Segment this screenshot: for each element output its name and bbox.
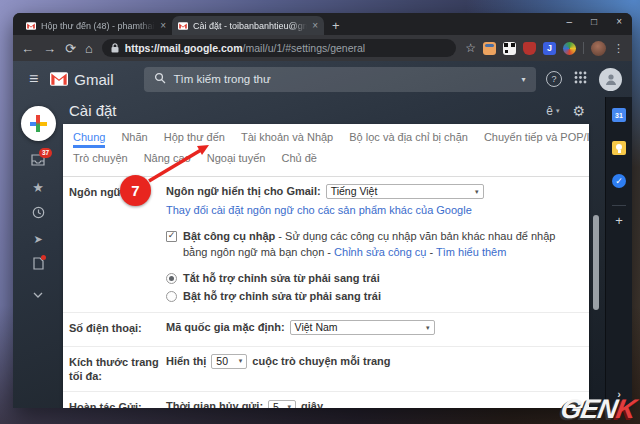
tasks-icon[interactable]: ✓	[612, 174, 626, 188]
input-tools-button[interactable]: ê▾	[546, 104, 559, 118]
gmail-favicon-icon	[178, 21, 188, 31]
forward-icon[interactable]: →	[43, 42, 56, 55]
bookmark-star-icon[interactable]: ☆	[465, 42, 476, 54]
window-controls: – □ ×	[567, 17, 622, 27]
country-select[interactable]: Việt Nam ▾	[290, 320, 435, 335]
inbox-icon[interactable]: 37	[31, 153, 45, 169]
page-title: Cài đặt	[69, 102, 117, 119]
gmail-logo-text: Gmail	[74, 71, 113, 88]
address-bar[interactable]: https://mail.google.com/mail/u/1/#settin…	[102, 39, 456, 57]
calendar-icon[interactable]: 31	[612, 108, 626, 122]
drafts-notification-dot	[41, 255, 46, 260]
settings-tab-0[interactable]: Chung	[73, 131, 105, 148]
row-label: Hoàn tác Gửi:	[69, 399, 166, 408]
tab-close-icon[interactable]: ×	[312, 20, 318, 31]
language-select[interactable]: Tiếng Việt ▾	[326, 184, 484, 199]
input-tools-text: Bật công cụ nhập - Sử dụng các công cụ n…	[183, 229, 577, 261]
search-options-caret-icon[interactable]: ▾	[522, 75, 526, 84]
annotation-step-badge: 7	[120, 175, 151, 206]
snoozed-clock-icon[interactable]	[32, 206, 45, 222]
tab-title: Cài đặt - toibanbanhtieu@gmail	[193, 21, 307, 31]
home-icon[interactable]: ⌂	[85, 42, 93, 55]
extension-j-icon[interactable]: J	[543, 42, 556, 55]
settings-tab-3[interactable]: Chủ đề	[281, 152, 316, 169]
settings-tab-1[interactable]: Nâng cao	[144, 152, 191, 169]
browser-profile-avatar[interactable]	[591, 41, 606, 56]
browser-tab-settings[interactable]: Cài đặt - toibanbanhtieu@gmail ×	[172, 16, 324, 35]
page-size-select[interactable]: 50 ▾	[211, 354, 247, 369]
rtl-off-label: Tắt hỗ trợ chỉnh sửa từ phải sang trái	[183, 271, 380, 287]
gear-icon[interactable]: ⚙	[572, 103, 585, 119]
toolbar-right: ☆ J ⋮	[465, 41, 624, 56]
starred-icon[interactable]: ★	[32, 181, 44, 194]
rtl-on-radio[interactable]	[166, 291, 177, 302]
settings-tab-2[interactable]: Ngoại tuyến	[207, 152, 266, 169]
google-side-panel: 31 ✓ + ›	[605, 97, 632, 408]
gmail-logo[interactable]: Gmail	[50, 71, 113, 88]
new-tab-button[interactable]: +	[332, 19, 340, 32]
mini-sidebar: 37 ★ ➤	[13, 97, 63, 408]
tab-close-icon[interactable]: ×	[160, 20, 166, 31]
extension-qr-icon[interactable]	[503, 42, 516, 55]
settings-row-undo-send: Hoàn tác Gửi: Thời gian hủy gửi: 5 ▾ giâ…	[63, 392, 589, 408]
settings-tab-0[interactable]: Trò chuyện	[73, 152, 128, 169]
browser-window: Hộp thư đến (48) - phamthaihoc × Cài đặt…	[13, 13, 632, 408]
settings-tab-4[interactable]: Bộ lọc và địa chỉ bị chặn	[349, 131, 468, 148]
undo-send-select[interactable]: 5 ▾	[268, 400, 296, 408]
inbox-unread-badge: 37	[39, 148, 52, 158]
panel-divider	[612, 205, 626, 206]
search-input[interactable]: Tìm kiếm trong thư	[174, 73, 514, 85]
tab-title: Hộp thư đến (48) - phamthaihoc	[41, 21, 155, 31]
apps-grid-icon[interactable]	[574, 70, 587, 88]
toolbar-separator	[583, 42, 584, 54]
watermark-logo: GENK	[559, 396, 638, 423]
desktop-wallpaper: Hộp thư đến (48) - phamthaihoc × Cài đặt…	[0, 0, 640, 424]
reload-icon[interactable]: ⟳	[65, 42, 76, 55]
minimize-button[interactable]: –	[567, 17, 573, 27]
rtl-off-radio[interactable]	[166, 273, 177, 284]
settings-tab-5[interactable]: Chuyển tiếp và POP/IMAP	[484, 131, 589, 148]
browser-tab-bar: Hộp thư đến (48) - phamthaihoc × Cài đặt…	[13, 13, 632, 35]
browser-tab-inbox[interactable]: Hộp thư đến (48) - phamthaihoc ×	[20, 16, 172, 35]
input-tools-caret-icon: ▾	[556, 107, 560, 115]
compose-button[interactable]	[21, 106, 56, 141]
settings-tab-2[interactable]: Hộp thư đến	[164, 131, 225, 148]
settings-tab-3[interactable]: Tài khoản và Nhập	[241, 131, 333, 148]
select-caret-icon: ▾	[288, 402, 292, 408]
url-text: https://mail.google.com/mail/u/1/#settin…	[125, 42, 365, 54]
gmail-favicon-icon	[26, 21, 36, 31]
settings-tabs-row1: ChungNhãnHộp thư đếnTài khoản và NhậpBộ …	[63, 124, 589, 148]
input-tools-checkbox[interactable]: ✓	[166, 231, 177, 242]
more-chevron-icon[interactable]	[33, 285, 43, 301]
search-bar[interactable]: Tìm kiếm trong thư ▾	[144, 67, 536, 92]
extension-swirl-icon[interactable]	[563, 42, 576, 55]
help-icon[interactable]: ?	[546, 71, 562, 87]
drafts-icon[interactable]	[33, 257, 44, 273]
extension-face-icon[interactable]	[483, 42, 496, 55]
browser-menu-icon[interactable]: ⋮	[613, 43, 624, 54]
back-icon[interactable]: ←	[21, 42, 34, 55]
gmail-body: 37 ★ ➤ Cà	[13, 97, 632, 408]
select-caret-icon: ▾	[475, 187, 479, 197]
extension-shield-icon[interactable]	[523, 42, 536, 55]
scrollbar-thumb[interactable]	[593, 215, 599, 310]
browser-toolbar: ← → ⟳ ⌂ https://mail.google.com/mail/u/1…	[13, 35, 632, 61]
change-language-link[interactable]: Thay đổi cài đặt ngôn ngữ cho các sản ph…	[166, 203, 577, 219]
settings-area: Cài đặt ê▾ ⚙ ChungNhãnHộp thư đếnTài kho…	[63, 97, 605, 408]
gmail-app: ≡ Gmail Tìm kiếm trong thư ▾ ?	[13, 61, 632, 408]
settings-tab-1[interactable]: Nhãn	[121, 131, 147, 148]
add-addon-button[interactable]: +	[615, 214, 623, 227]
search-icon	[154, 70, 166, 88]
settings-row-page-size: Kích thước trang tối đa: Hiển thị 50 ▾ c…	[63, 347, 589, 393]
settings-title-row: Cài đặt ê▾ ⚙	[63, 97, 605, 124]
maximize-button[interactable]: □	[591, 17, 597, 27]
edit-tools-link[interactable]: Chỉnh sửa công cụ	[334, 246, 426, 258]
row-label: Kích thước trang tối đa:	[69, 354, 166, 385]
input-tools-learn-more-link[interactable]: Tìm hiểu thêm	[436, 246, 506, 258]
close-button[interactable]: ×	[616, 17, 622, 27]
lock-icon	[111, 39, 119, 57]
hamburger-menu-icon[interactable]: ≡	[29, 71, 38, 87]
sent-icon[interactable]: ➤	[33, 234, 42, 245]
keep-icon[interactable]	[612, 141, 626, 155]
account-avatar[interactable]	[599, 68, 622, 91]
